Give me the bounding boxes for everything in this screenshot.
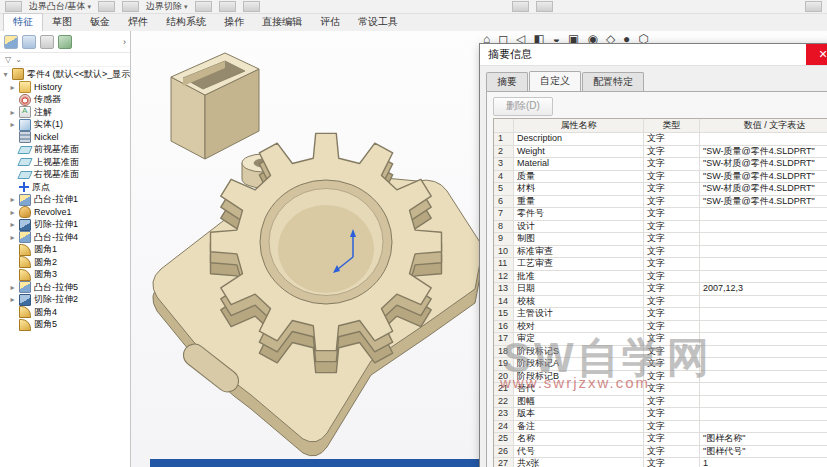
property-value-cell[interactable]: "SW-材质@零件4.SLDPRT" [700, 158, 827, 170]
property-row[interactable]: 2Weight文字"SW-质量@零件4.SLDPRT" [494, 146, 827, 159]
property-type-cell[interactable]: 文字 [644, 358, 700, 370]
fillet-icon[interactable] [195, 1, 212, 12]
property-name-cell[interactable]: 图幅 [514, 396, 644, 408]
property-row-number[interactable]: 8 [494, 221, 514, 233]
property-type-cell[interactable]: 文字 [644, 233, 700, 245]
property-type-cell[interactable]: 文字 [644, 208, 700, 220]
property-value-cell[interactable] [700, 346, 827, 358]
property-row[interactable]: 23版本文字 [494, 408, 827, 421]
property-row-number[interactable]: 19 [494, 358, 514, 370]
property-type-cell[interactable]: 文字 [644, 346, 700, 358]
expand-arrow-icon[interactable]: ▸ [9, 220, 16, 229]
property-value-cell[interactable] [700, 321, 827, 333]
property-row[interactable]: 22图幅文字 [494, 396, 827, 409]
property-name-cell[interactable]: 标准审查 [514, 246, 644, 258]
property-name-cell[interactable]: 阶段标记A [514, 358, 644, 370]
tree-item[interactable]: 圆角5 [0, 319, 130, 332]
property-type-cell[interactable]: 文字 [644, 421, 700, 433]
property-value-cell[interactable]: "SW-材质@零件4.SLDPRT" [700, 183, 827, 195]
tree-root-item[interactable]: ▾ 零件4 (默认<<默认>_显示状态 1>) [0, 67, 130, 81]
expand-arrow-icon[interactable]: ▸ [9, 295, 16, 304]
ribbon-tab-评估[interactable]: 评估 [311, 14, 349, 31]
property-type-cell[interactable]: 文字 [644, 333, 700, 345]
property-value-cell[interactable] [700, 208, 827, 220]
property-name-cell[interactable]: 代号 [514, 446, 644, 458]
filter-chevron-icon[interactable]: ⌄ [15, 55, 22, 64]
expand-arrow-icon[interactable]: ▸ [9, 83, 16, 92]
property-type-cell[interactable]: 文字 [644, 271, 700, 283]
ribbon-tab-钣金[interactable]: 钣金 [81, 14, 119, 31]
dialog-tab-配置特定[interactable]: 配置特定 [582, 72, 644, 92]
property-value-cell[interactable]: "图样代号" [700, 446, 827, 458]
property-type-cell[interactable]: 文字 [644, 383, 700, 395]
property-row-number[interactable]: 14 [494, 296, 514, 308]
extrude-boss-icon[interactable] [5, 1, 22, 12]
property-name-cell[interactable]: 质量 [514, 171, 644, 183]
property-name-cell[interactable]: 替代 [514, 383, 644, 395]
property-row[interactable]: 9制图文字 [494, 233, 827, 246]
property-row-number[interactable]: 17 [494, 333, 514, 345]
expand-arrow-icon[interactable]: ▸ [9, 195, 16, 204]
panel-expand-chevron-icon[interactable]: › [123, 37, 126, 47]
property-row-number[interactable]: 11 [494, 258, 514, 270]
property-type-cell[interactable]: 文字 [644, 433, 700, 445]
property-type-cell[interactable]: 文字 [644, 196, 700, 208]
ribbon-tab-常设工具[interactable]: 常设工具 [349, 14, 407, 31]
property-row-number[interactable]: 26 [494, 446, 514, 458]
property-name-cell[interactable]: 重量 [514, 196, 644, 208]
property-manager-tab-icon[interactable] [22, 35, 36, 49]
instant3d-icon[interactable] [805, 1, 822, 12]
revolve-boss-icon[interactable] [98, 1, 115, 12]
property-name-cell[interactable]: 备注 [514, 421, 644, 433]
property-value-cell[interactable] [700, 421, 827, 433]
tree-item[interactable]: ▸注解 [0, 106, 130, 119]
close-icon[interactable]: ✕ [806, 44, 827, 65]
property-row[interactable]: 17审定文字 [494, 333, 827, 346]
configuration-manager-tab-icon[interactable] [40, 35, 54, 49]
swept-boss-icon[interactable] [122, 1, 139, 12]
property-name-cell[interactable]: 阶段标记B [514, 371, 644, 383]
property-type-cell[interactable]: 文字 [644, 171, 700, 183]
property-name-cell[interactable]: 版本 [514, 408, 644, 420]
property-value-cell[interactable] [700, 296, 827, 308]
property-value-cell[interactable] [700, 221, 827, 233]
property-name-cell[interactable]: 工艺审查 [514, 258, 644, 270]
pattern-icon[interactable] [219, 1, 236, 12]
property-name-cell[interactable]: Weight [514, 146, 644, 158]
tree-item[interactable]: 原点 [0, 181, 130, 194]
tree-item[interactable]: 传感器 [0, 94, 130, 107]
property-value-cell[interactable]: "SW-质量@零件4.SLDPRT" [700, 171, 827, 183]
property-row[interactable]: 12批准文字 [494, 271, 827, 284]
property-row-number[interactable]: 18 [494, 346, 514, 358]
property-row[interactable]: 27共x张文字1 [494, 458, 827, 467]
property-type-cell[interactable]: 文字 [644, 308, 700, 320]
tree-item[interactable]: 前视基准面 [0, 144, 130, 157]
boundary-cut-button[interactable]: 边界切除 ▾ [146, 0, 188, 13]
property-row[interactable]: 4质量文字"SW-质量@零件4.SLDPRT" [494, 171, 827, 184]
collapse-arrow-icon[interactable]: ▾ [2, 70, 9, 79]
property-row[interactable]: 20阶段标记B文字 [494, 371, 827, 384]
property-name-cell[interactable]: 主管设计 [514, 308, 644, 320]
property-value-cell[interactable]: "SW-质量@零件4.SLDPRT" [700, 146, 827, 158]
property-type-cell[interactable]: 文字 [644, 246, 700, 258]
property-row[interactable]: 8设计文字 [494, 221, 827, 234]
property-row[interactable]: 11工艺审查文字 [494, 258, 827, 271]
rib-icon[interactable] [243, 1, 260, 12]
property-value-cell[interactable] [700, 246, 827, 258]
ribbon-tab-直接编辑[interactable]: 直接编辑 [253, 14, 311, 31]
delete-button[interactable]: 删除(D) [493, 97, 553, 116]
property-type-cell[interactable]: 文字 [644, 446, 700, 458]
dialog-tab-自定义[interactable]: 自定义 [529, 71, 581, 91]
property-type-cell[interactable]: 文字 [644, 221, 700, 233]
property-type-cell[interactable]: 文字 [644, 396, 700, 408]
property-type-cell[interactable]: 文字 [644, 458, 700, 467]
property-name-cell[interactable]: Material [514, 158, 644, 170]
tree-item[interactable]: ▸实体(1) [0, 119, 130, 132]
property-row[interactable]: 18阶段标记S文字 [494, 346, 827, 359]
property-row-number[interactable]: 10 [494, 246, 514, 258]
property-type-cell[interactable]: 文字 [644, 283, 700, 295]
property-row-number[interactable]: 24 [494, 421, 514, 433]
dialog-title-bar[interactable]: 摘要信息 ✕ [480, 44, 827, 66]
property-name-cell[interactable]: 阶段标记S [514, 346, 644, 358]
tree-item[interactable]: 圆角3 [0, 269, 130, 282]
